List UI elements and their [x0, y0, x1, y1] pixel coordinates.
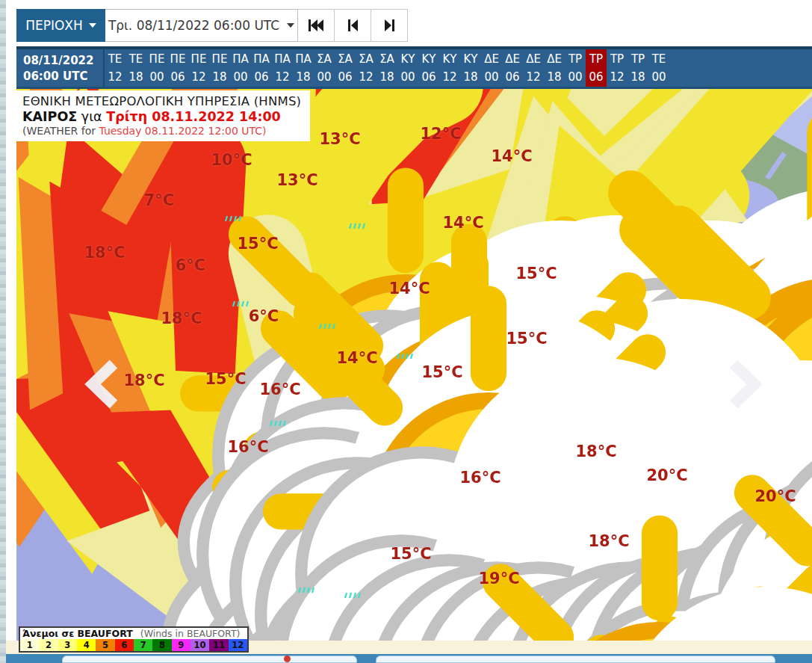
timeline-step-ΤΕ-18[interactable]: ΤΕ18	[125, 49, 146, 87]
info-forecast-line: ΚΑΙΡΟΣ για Τρίτη 08.11.2022 14:00	[22, 109, 303, 124]
temperature-label: 16°C	[227, 438, 268, 456]
temperature-label: 7°C	[144, 191, 175, 209]
step-forward-icon	[384, 19, 395, 32]
timeline-step-ΚΥ-12[interactable]: ΚΥ12	[439, 49, 460, 87]
next-frame-chevron[interactable]	[725, 358, 766, 410]
timeline-step-ΠΕ-18[interactable]: ΠΕ18	[209, 49, 230, 87]
footer-partial-panel	[62, 656, 357, 663]
step-back-icon	[347, 19, 359, 32]
region-dropdown-button[interactable]: ΠΕΡΙΟΧΗ	[16, 9, 105, 42]
temperature-label: 15°C	[390, 545, 431, 563]
temperature-label: 16°C	[459, 469, 500, 487]
timeline-step-ΤΕ-00[interactable]: ΤΕ00	[648, 49, 669, 87]
footer-red-dot	[284, 656, 291, 662]
temperature-label: 10°C	[211, 151, 252, 169]
timeline-step-ΠΕ-06[interactable]: ΠΕ06	[167, 49, 188, 87]
timeline-step-ΣΑ-18[interactable]: ΣΑ18	[376, 49, 397, 87]
temperature-label: 6°C	[249, 307, 279, 325]
legend-cell-1: 1	[20, 639, 39, 651]
previous-frame-chevron[interactable]	[81, 358, 123, 410]
timeline-step-ΔΕ-00[interactable]: ΔΕ00	[481, 49, 502, 87]
timeline-step-ΠΕ-00[interactable]: ΠΕ00	[146, 49, 167, 87]
legend-cell-11: 11	[209, 639, 228, 651]
temperature-label: 15°C	[421, 363, 462, 381]
timeline-step-ΠΑ-00[interactable]: ΠΑ00	[230, 49, 251, 87]
legend-cell-6: 6	[115, 639, 134, 651]
timeline-step-ΠΕ-12[interactable]: ΠΕ12	[188, 49, 209, 87]
temperature-label: 13°C	[319, 130, 360, 148]
temperature-label: 20°C	[646, 466, 687, 484]
legend-cell-9: 9	[172, 639, 190, 651]
legend-cell-10: 10	[190, 639, 209, 651]
legend-cell-4: 4	[77, 639, 96, 651]
legend-title-english: (Winds in BEAUFORT)	[140, 628, 241, 639]
datetime-dropdown-label: Τρι. 08/11/2022 06:00 UTC	[108, 18, 279, 33]
legend-scale: 123456789101112	[20, 639, 247, 651]
skip-to-start-button[interactable]	[298, 9, 335, 42]
legend-cell-8: 8	[152, 639, 171, 651]
temperature-label: 16°C	[259, 380, 300, 398]
weather-map: HNMS ΕΘΝΙΚΗ ΜΕΤΕΩΡΟΛΟΓΙΚΗ ΥΠΗΡΕΣΙΑ (HNMS…	[16, 87, 812, 641]
timeline-current-label: 08/11/2022 06:00 UTC	[16, 49, 105, 87]
timeline-step-ΔΕ-18[interactable]: ΔΕ18	[544, 49, 565, 87]
temperature-label: 18°C	[161, 309, 202, 327]
timeline-step-ΣΑ-06[interactable]: ΣΑ06	[335, 49, 356, 87]
info-forecast-datetime: Τρίτη 08.11.2022 14:00	[106, 109, 281, 124]
temperature-label: 6°C	[176, 256, 206, 274]
beaufort-legend: Άνεμοι σε BEAUFORT (Winds in BEAUFORT) 1…	[19, 626, 249, 653]
temperature-label: 13°C	[276, 171, 317, 189]
temperature-label: 19°C	[478, 570, 519, 588]
legend-cell-12: 12	[229, 639, 247, 651]
temperature-label: 20°C	[754, 487, 796, 505]
timeline-current-date: 08/11/2022	[23, 53, 103, 69]
chevron-down-icon	[89, 23, 96, 28]
timeline-step-ΠΑ-18[interactable]: ΠΑ18	[293, 49, 314, 87]
temperature-label: 14°C	[442, 214, 483, 232]
temperature-label: 18°C	[123, 371, 164, 389]
temperature-label: 18°C	[575, 442, 616, 460]
timeline-step-ΣΑ-12[interactable]: ΣΑ12	[356, 49, 376, 87]
timeline-step-ΤΡ-06[interactable]: ΤΡ06	[586, 49, 607, 87]
timeline-step-ΠΑ-12[interactable]: ΠΑ12	[272, 49, 293, 87]
temperature-label: 18°C	[588, 532, 629, 550]
info-agency-line: ΕΘΝΙΚΗ ΜΕΤΕΩΡΟΛΟΓΙΚΗ ΥΠΗΡΕΣΙΑ (HNMS)	[22, 94, 303, 108]
timeline-bar: 08/11/2022 06:00 UTC ΤΕ12ΤΕ18ΠΕ00ΠΕ06ΠΕ1…	[16, 46, 812, 87]
page-footer-bar	[6, 654, 812, 663]
datetime-dropdown[interactable]: Τρι. 08/11/2022 06:00 UTC	[105, 9, 298, 42]
timeline-step-ΣΑ-00[interactable]: ΣΑ00	[314, 49, 335, 87]
temperature-label: 18°C	[84, 244, 125, 262]
forecast-info-box: ΕΘΝΙΚΗ ΜΕΤΕΩΡΟΛΟΓΙΚΗ ΥΠΗΡΕΣΙΑ (HNMS) ΚΑΙ…	[16, 90, 310, 141]
timeline-step-ΔΕ-06[interactable]: ΔΕ06	[502, 49, 523, 87]
toolbar: ΠΕΡΙΟΧΗ Τρι. 08/11/2022 06:00 UTC	[16, 9, 408, 42]
timeline-step-ΚΥ-00[interactable]: ΚΥ00	[397, 49, 418, 87]
region-button-label: ΠΕΡΙΟΧΗ	[25, 18, 83, 33]
timeline-step-ΚΥ-06[interactable]: ΚΥ06	[418, 49, 439, 87]
footer-partial-panel	[376, 656, 775, 663]
temperature-label: 12°C	[420, 125, 461, 143]
timeline-step-ΤΡ-12[interactable]: ΤΡ12	[607, 49, 627, 87]
temperature-label: 14°C	[388, 280, 430, 297]
temperature-label: 15°C	[515, 265, 557, 283]
temperature-label: 15°C	[506, 330, 547, 348]
legend-cell-5: 5	[96, 639, 114, 651]
timeline-step-ΔΕ-12[interactable]: ΔΕ12	[523, 49, 544, 87]
timeline-step-ΤΡ-00[interactable]: ΤΡ00	[565, 49, 586, 87]
timeline-step-ΠΑ-06[interactable]: ΠΑ06	[251, 49, 272, 87]
temperature-label: 15°C	[237, 235, 278, 253]
step-back-button[interactable]	[335, 9, 371, 42]
step-forward-button[interactable]	[371, 9, 408, 42]
timeline-step-ΚΥ-18[interactable]: ΚΥ18	[460, 49, 481, 87]
chevron-down-icon	[287, 23, 294, 28]
skip-to-start-icon	[308, 19, 324, 32]
legend-title-greek: Άνεμοι σε BEAUFORT	[22, 628, 133, 639]
temperature-label: 14°C	[336, 349, 377, 367]
info-english-datetime: Tuesday 08.11.2022 12:00 UTC)	[99, 125, 266, 137]
timeline-step-ΤΕ-12[interactable]: ΤΕ12	[105, 49, 125, 87]
legend-cell-7: 7	[134, 639, 152, 651]
page-edge-texture	[0, 0, 6, 663]
temperature-label: 14°C	[491, 147, 532, 165]
info-english-line: (WEATHER for Tuesday 08.11.2022 12:00 UT…	[22, 125, 303, 137]
legend-cell-2: 2	[39, 639, 58, 651]
timeline-step-ΤΡ-18[interactable]: ΤΡ18	[627, 49, 648, 87]
timeline-current-time: 06:00 UTC	[23, 69, 103, 84]
